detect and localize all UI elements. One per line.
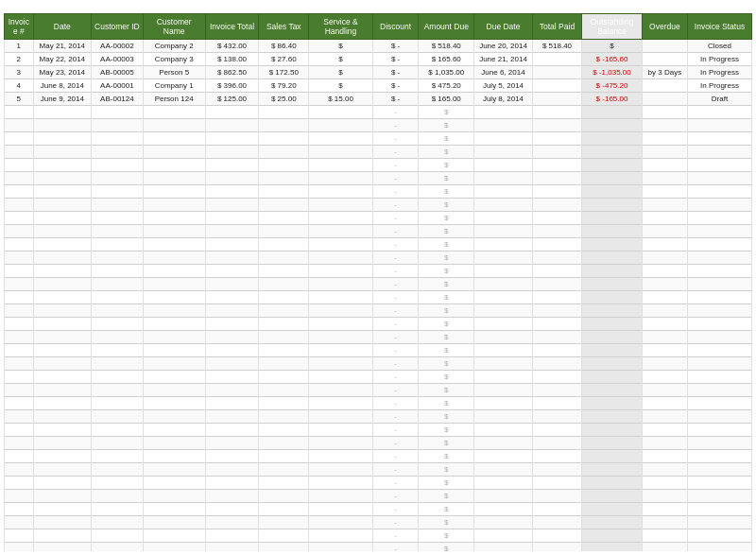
table-cell-empty: [259, 477, 309, 490]
table-cell-empty: [5, 225, 34, 238]
table-cell-empty: [5, 199, 34, 212]
table-cell-empty: [259, 225, 309, 238]
table-cell-empty: [309, 291, 373, 304]
table-cell: [532, 53, 582, 66]
col-header-customer-name: Customer Name: [143, 14, 205, 40]
table-cell: AA-00003: [92, 53, 144, 66]
table-cell-empty: [143, 172, 205, 185]
table-cell: June 9, 2014: [33, 93, 91, 106]
table-cell: $ 165.60: [419, 53, 474, 66]
table-cell-empty: [5, 503, 34, 516]
table-cell: Company 1: [143, 79, 205, 93]
table-cell-empty: [205, 251, 259, 265]
table-cell-empty: [259, 397, 309, 410]
table-row-empty: -$: [5, 529, 752, 543]
table-cell: AA-00001: [92, 79, 144, 93]
table-cell-empty: [309, 477, 373, 490]
table-cell-empty: [33, 384, 91, 397]
table-cell-empty: [33, 397, 91, 410]
table-cell-empty: [92, 199, 144, 212]
table-cell-empty: [33, 437, 91, 450]
table-cell-empty: [92, 318, 144, 331]
table-cell-empty: [532, 344, 582, 357]
table-cell-empty: [205, 212, 259, 225]
table-cell-empty: $: [419, 331, 474, 344]
table-cell-empty: [474, 503, 532, 516]
table-cell-empty: [582, 212, 643, 225]
table-cell: May 22, 2014: [33, 53, 91, 66]
table-cell: [532, 66, 582, 79]
table-cell-empty: [5, 159, 34, 172]
table-cell-empty: [259, 132, 309, 146]
table-cell-empty: [5, 516, 34, 529]
table-cell-empty: $: [419, 159, 474, 172]
table-cell-empty: [259, 490, 309, 503]
table-cell-empty: [642, 384, 687, 397]
table-cell-empty: [474, 529, 532, 543]
table-cell-empty: [582, 159, 643, 172]
table-row-empty: -$: [5, 437, 752, 450]
table-cell-empty: [582, 132, 643, 146]
table-cell-empty: [143, 477, 205, 490]
table-cell-empty: [582, 490, 643, 503]
table-cell-empty: [143, 529, 205, 543]
table-cell-empty: [309, 304, 373, 318]
table-cell: $ 862.50: [205, 66, 259, 79]
table-cell-empty: [582, 463, 643, 477]
table-cell-empty: -: [372, 119, 418, 132]
table-row-empty: -$: [5, 159, 752, 172]
table-cell-empty: [33, 331, 91, 344]
table-cell-empty: [259, 516, 309, 529]
table-row-empty: -$: [5, 331, 752, 344]
table-row: 5June 9, 2014AB-00124Person 124$ 125.00$…: [5, 93, 752, 106]
table-cell-empty: [642, 159, 687, 172]
table-cell-empty: [532, 384, 582, 397]
table-cell-empty: [259, 371, 309, 384]
table-cell-empty: [309, 119, 373, 132]
table-cell-empty: [5, 357, 34, 371]
table-cell-empty: [474, 159, 532, 172]
table-cell-empty: [33, 132, 91, 146]
table-cell-empty: [259, 159, 309, 172]
table-cell-empty: [309, 371, 373, 384]
table-cell-empty: [143, 318, 205, 331]
table-row-empty: -$: [5, 304, 752, 318]
table-cell-empty: $: [419, 490, 474, 503]
col-header-total-paid: Total Paid: [532, 14, 582, 40]
table-cell-empty: [143, 344, 205, 357]
table-cell-empty: [642, 477, 687, 490]
table-cell-empty: [5, 132, 34, 146]
table-cell-empty: [309, 251, 373, 265]
table-cell-empty: [5, 106, 34, 119]
table-cell-empty: [92, 265, 144, 278]
table-row-empty: -$: [5, 318, 752, 331]
table-cell-empty: [642, 410, 687, 424]
table-cell: $: [309, 40, 373, 53]
table-cell: 4: [5, 79, 34, 93]
table-cell-empty: [687, 397, 751, 410]
table-cell-empty: [33, 344, 91, 357]
table-cell-empty: [642, 265, 687, 278]
table-cell-empty: [205, 225, 259, 238]
table-cell-empty: [687, 543, 751, 552]
table-cell-empty: $: [419, 344, 474, 357]
table-cell-empty: [5, 424, 34, 437]
col-header-discount: Discount: [372, 14, 418, 40]
col-header-invoice-status: Invoice Status: [687, 14, 751, 40]
table-cell: $ 25.00: [259, 93, 309, 106]
table-cell-empty: [309, 212, 373, 225]
table-cell-empty: [532, 278, 582, 291]
table-row-empty: -$: [5, 397, 752, 410]
table-cell: $ 432.00: [205, 40, 259, 53]
table-cell-empty: $: [419, 225, 474, 238]
table-cell: 1: [5, 40, 34, 53]
table-cell-empty: [92, 397, 144, 410]
table-cell-empty: [532, 238, 582, 251]
table-cell-empty: [474, 543, 532, 552]
table-cell-empty: [33, 119, 91, 132]
table-cell-empty: [582, 146, 643, 159]
table-cell-empty: [92, 529, 144, 543]
table-cell-empty: -: [372, 529, 418, 543]
table-row-empty: -$: [5, 132, 752, 146]
table-cell-empty: [687, 371, 751, 384]
